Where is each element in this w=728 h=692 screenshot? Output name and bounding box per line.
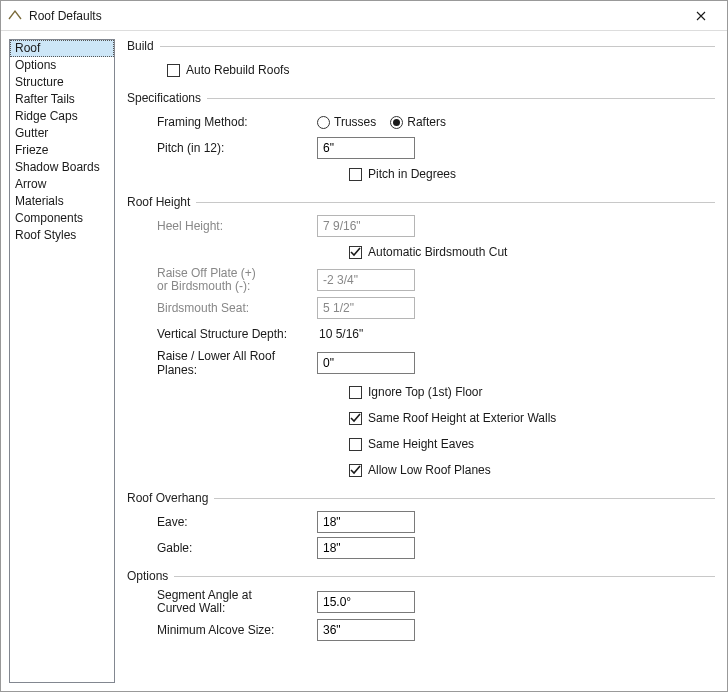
group-divider	[196, 202, 715, 203]
group-divider	[160, 46, 715, 47]
group-build: Build Auto Rebuild Roofs	[127, 39, 715, 81]
auto-birdsmouth-checkbox[interactable]	[349, 246, 362, 259]
category-sidebar[interactable]: RoofOptionsStructureRafter TailsRidge Ca…	[9, 39, 115, 683]
pitch-in-degrees-label: Pitch in Degrees	[368, 167, 456, 181]
gable-label: Gable:	[127, 541, 317, 555]
min-alcove-label: Minimum Alcove Size:	[127, 623, 317, 637]
same-height-eaves-label: Same Height Eaves	[368, 437, 474, 451]
vertical-structure-depth-label: Vertical Structure Depth:	[127, 327, 317, 341]
group-title-options: Options	[127, 569, 174, 583]
sidebar-item-rafter-tails[interactable]: Rafter Tails	[10, 91, 114, 108]
close-button[interactable]	[683, 2, 719, 30]
sidebar-item-ridge-caps[interactable]: Ridge Caps	[10, 108, 114, 125]
sidebar-item-frieze[interactable]: Frieze	[10, 142, 114, 159]
framing-method-label: Framing Method:	[127, 115, 317, 129]
birdsmouth-seat-input	[317, 297, 415, 319]
roof-panel: Build Auto Rebuild Roofs Specifications	[121, 31, 727, 691]
group-options: Options Segment Angle at Curved Wall: Mi…	[127, 569, 715, 641]
raise-off-plate-input	[317, 269, 415, 291]
ignore-top-floor-label: Ignore Top (1st) Floor	[368, 385, 483, 399]
group-title-overhang: Roof Overhang	[127, 491, 214, 505]
sidebar-item-materials[interactable]: Materials	[10, 193, 114, 210]
window-title: Roof Defaults	[29, 9, 683, 23]
segment-angle-label: Segment Angle at Curved Wall:	[127, 589, 317, 615]
eave-input[interactable]	[317, 511, 415, 533]
ignore-top-floor-checkbox[interactable]	[349, 386, 362, 399]
framing-method-radio-group: Trusses Rafters	[317, 115, 446, 129]
group-divider	[207, 98, 715, 99]
allow-low-roof-planes-label: Allow Low Roof Planes	[368, 463, 491, 477]
roof-icon	[7, 8, 23, 24]
same-roof-height-ext-label: Same Roof Height at Exterior Walls	[368, 411, 556, 425]
pitch-input[interactable]	[317, 137, 415, 159]
raise-lower-input[interactable]	[317, 352, 415, 374]
auto-rebuild-checkbox[interactable]	[167, 64, 180, 77]
sidebar-item-structure[interactable]: Structure	[10, 74, 114, 91]
sidebar-item-components[interactable]: Components	[10, 210, 114, 227]
group-roof-height: Roof Height Heel Height: Automatic Birds…	[127, 195, 715, 481]
raise-off-plate-label: Raise Off Plate (+) or Birdsmouth (-):	[127, 267, 317, 293]
auto-birdsmouth-label: Automatic Birdsmouth Cut	[368, 245, 507, 259]
pitch-label: Pitch (in 12):	[127, 141, 317, 155]
rafters-radio-label: Rafters	[407, 115, 446, 129]
sidebar-item-gutter[interactable]: Gutter	[10, 125, 114, 142]
sidebar-item-options[interactable]: Options	[10, 57, 114, 74]
dialog-body: RoofOptionsStructureRafter TailsRidge Ca…	[1, 31, 727, 691]
sidebar-item-roof[interactable]: Roof	[10, 40, 114, 57]
trusses-radio-label: Trusses	[334, 115, 376, 129]
heel-height-input	[317, 215, 415, 237]
heel-height-label: Heel Height:	[127, 219, 317, 233]
min-alcove-input[interactable]	[317, 619, 415, 641]
group-specifications: Specifications Framing Method: Trusses	[127, 91, 715, 185]
group-divider	[174, 576, 715, 577]
sidebar-item-shadow-boards[interactable]: Shadow Boards	[10, 159, 114, 176]
pitch-in-degrees-checkbox[interactable]	[349, 168, 362, 181]
group-title-specs: Specifications	[127, 91, 207, 105]
vertical-structure-depth-value: 10 5/16"	[317, 327, 363, 341]
sidebar-item-arrow[interactable]: Arrow	[10, 176, 114, 193]
birdsmouth-seat-label: Birdsmouth Seat:	[127, 301, 317, 315]
allow-low-roof-planes-checkbox[interactable]	[349, 464, 362, 477]
titlebar: Roof Defaults	[1, 1, 727, 31]
same-roof-height-ext-checkbox[interactable]	[349, 412, 362, 425]
gable-input[interactable]	[317, 537, 415, 559]
eave-label: Eave:	[127, 515, 317, 529]
group-title-roof-height: Roof Height	[127, 195, 196, 209]
sidebar-item-roof-styles[interactable]: Roof Styles	[10, 227, 114, 244]
auto-rebuild-label: Auto Rebuild Roofs	[186, 63, 289, 77]
group-title-build: Build	[127, 39, 160, 53]
roof-defaults-dialog: Roof Defaults RoofOptionsStructureRafter…	[0, 0, 728, 692]
rafters-radio[interactable]	[390, 116, 403, 129]
trusses-radio[interactable]	[317, 116, 330, 129]
segment-angle-input[interactable]	[317, 591, 415, 613]
close-icon	[696, 11, 706, 21]
same-height-eaves-checkbox[interactable]	[349, 438, 362, 451]
group-roof-overhang: Roof Overhang Eave: Gable:	[127, 491, 715, 559]
group-divider	[214, 498, 715, 499]
raise-lower-label: Raise / Lower All Roof Planes:	[127, 349, 317, 377]
